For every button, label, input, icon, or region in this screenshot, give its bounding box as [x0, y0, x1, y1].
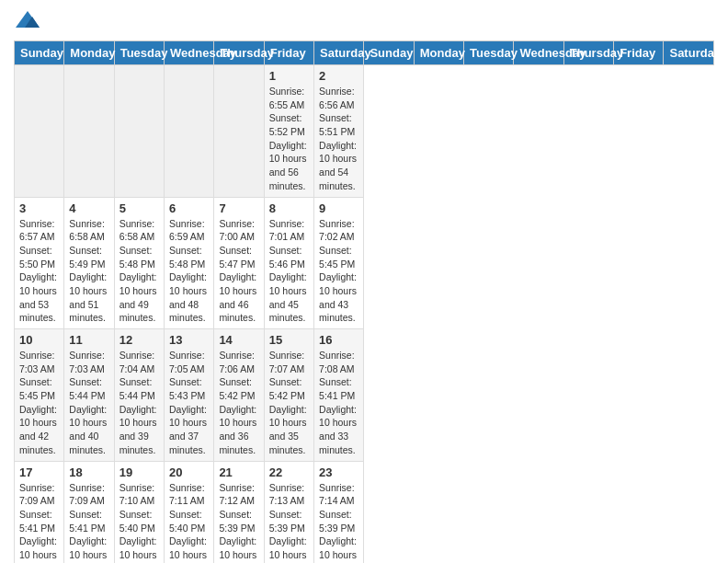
header-wednesday: Wednesday	[165, 41, 214, 65]
calendar-cell: 6Sunrise: 6:59 AM Sunset: 5:48 PM Daylig…	[165, 197, 214, 329]
day-info: Sunrise: 7:02 AM Sunset: 5:45 PM Dayligh…	[319, 217, 358, 326]
calendar-cell: 21Sunrise: 7:12 AM Sunset: 5:39 PM Dayli…	[214, 461, 264, 563]
day-number: 6	[169, 201, 209, 215]
header-tuesday: Tuesday	[114, 41, 164, 65]
day-number: 20	[169, 465, 209, 479]
day-number: 5	[119, 201, 159, 215]
day-info: Sunrise: 7:07 AM Sunset: 5:42 PM Dayligh…	[269, 349, 309, 457]
col-header-friday: Friday	[614, 41, 664, 65]
day-info: Sunrise: 7:03 AM Sunset: 5:45 PM Dayligh…	[19, 349, 59, 457]
day-info: Sunrise: 7:01 AM Sunset: 5:46 PM Dayligh…	[269, 217, 309, 326]
calendar-cell: 3Sunrise: 6:57 AM Sunset: 5:50 PM Daylig…	[15, 197, 64, 329]
col-header-monday: Monday	[414, 41, 463, 65]
calendar-week-1: 1Sunrise: 6:55 AM Sunset: 5:52 PM Daylig…	[15, 65, 714, 198]
calendar-cell: 11Sunrise: 7:03 AM Sunset: 5:44 PM Dayli…	[64, 329, 114, 462]
calendar-cell: 4Sunrise: 6:58 AM Sunset: 5:49 PM Daylig…	[64, 197, 114, 329]
header-sunday: Sunday	[15, 41, 64, 65]
day-number: 15	[269, 333, 309, 347]
calendar-cell: 1Sunrise: 6:55 AM Sunset: 5:52 PM Daylig…	[264, 65, 313, 198]
day-number: 17	[19, 465, 59, 479]
calendar-cell	[15, 65, 64, 198]
calendar-cell: 23Sunrise: 7:14 AM Sunset: 5:39 PM Dayli…	[314, 461, 364, 563]
calendar-cell	[114, 65, 164, 198]
col-header-thursday: Thursday	[563, 41, 613, 65]
day-info: Sunrise: 7:05 AM Sunset: 5:43 PM Dayligh…	[169, 349, 209, 457]
header-friday: Friday	[264, 41, 313, 65]
calendar-week-4: 17Sunrise: 7:09 AM Sunset: 5:41 PM Dayli…	[15, 461, 714, 563]
col-header-tuesday: Tuesday	[464, 41, 514, 65]
header-monday: Monday	[64, 41, 114, 65]
calendar-cell: 22Sunrise: 7:13 AM Sunset: 5:39 PM Dayli…	[264, 461, 313, 563]
calendar-cell: 10Sunrise: 7:03 AM Sunset: 5:45 PM Dayli…	[15, 329, 64, 462]
day-number: 2	[319, 69, 358, 83]
day-number: 3	[19, 201, 59, 215]
day-info: Sunrise: 6:58 AM Sunset: 5:49 PM Dayligh…	[69, 217, 108, 326]
header-thursday: Thursday	[214, 41, 264, 65]
day-info: Sunrise: 7:10 AM Sunset: 5:40 PM Dayligh…	[119, 481, 159, 564]
day-info: Sunrise: 7:08 AM Sunset: 5:41 PM Dayligh…	[319, 349, 358, 457]
day-number: 16	[319, 333, 358, 347]
calendar-cell: 12Sunrise: 7:04 AM Sunset: 5:44 PM Dayli…	[114, 329, 164, 462]
col-header-wednesday: Wednesday	[514, 41, 563, 65]
header	[14, 9, 714, 31]
day-number: 8	[269, 201, 309, 215]
day-info: Sunrise: 7:13 AM Sunset: 5:39 PM Dayligh…	[269, 481, 309, 564]
calendar-cell: 19Sunrise: 7:10 AM Sunset: 5:40 PM Dayli…	[114, 461, 164, 563]
day-info: Sunrise: 7:03 AM Sunset: 5:44 PM Dayligh…	[69, 349, 108, 457]
calendar-cell: 16Sunrise: 7:08 AM Sunset: 5:41 PM Dayli…	[314, 329, 364, 462]
calendar-week-2: 3Sunrise: 6:57 AM Sunset: 5:50 PM Daylig…	[15, 197, 714, 329]
calendar-cell: 18Sunrise: 7:09 AM Sunset: 5:41 PM Dayli…	[64, 461, 114, 563]
calendar-cell: 9Sunrise: 7:02 AM Sunset: 5:45 PM Daylig…	[314, 197, 364, 329]
calendar-cell: 7Sunrise: 7:00 AM Sunset: 5:47 PM Daylig…	[214, 197, 264, 329]
calendar-cell	[165, 65, 214, 198]
day-number: 23	[319, 465, 358, 479]
day-number: 9	[319, 201, 358, 215]
day-info: Sunrise: 7:00 AM Sunset: 5:47 PM Dayligh…	[219, 217, 258, 326]
day-number: 18	[69, 465, 108, 479]
day-number: 11	[69, 333, 108, 347]
day-info: Sunrise: 7:14 AM Sunset: 5:39 PM Dayligh…	[319, 481, 358, 564]
day-info: Sunrise: 7:12 AM Sunset: 5:39 PM Dayligh…	[219, 481, 258, 564]
calendar-table: SundayMondayTuesdayWednesdayThursdayFrid…	[14, 40, 714, 563]
day-info: Sunrise: 7:09 AM Sunset: 5:41 PM Dayligh…	[69, 481, 108, 564]
logo-icon	[14, 9, 41, 31]
header-saturday: Saturday	[314, 41, 364, 65]
calendar-cell: 14Sunrise: 7:06 AM Sunset: 5:42 PM Dayli…	[214, 329, 264, 462]
col-header-sunday: Sunday	[364, 41, 414, 65]
calendar-week-3: 10Sunrise: 7:03 AM Sunset: 5:45 PM Dayli…	[15, 329, 714, 462]
day-number: 13	[169, 333, 209, 347]
day-number: 19	[119, 465, 159, 479]
calendar-cell	[64, 65, 114, 198]
calendar-cell	[214, 65, 264, 198]
day-info: Sunrise: 6:56 AM Sunset: 5:51 PM Dayligh…	[319, 85, 358, 193]
day-info: Sunrise: 6:55 AM Sunset: 5:52 PM Dayligh…	[269, 85, 309, 193]
calendar-header-row: SundayMondayTuesdayWednesdayThursdayFrid…	[15, 41, 714, 65]
day-number: 22	[269, 465, 309, 479]
day-number: 10	[19, 333, 59, 347]
day-info: Sunrise: 7:04 AM Sunset: 5:44 PM Dayligh…	[119, 349, 159, 457]
day-number: 21	[219, 465, 258, 479]
calendar-cell: 13Sunrise: 7:05 AM Sunset: 5:43 PM Dayli…	[165, 329, 214, 462]
day-info: Sunrise: 7:11 AM Sunset: 5:40 PM Dayligh…	[169, 481, 209, 564]
calendar-cell: 2Sunrise: 6:56 AM Sunset: 5:51 PM Daylig…	[314, 65, 364, 198]
day-number: 7	[219, 201, 258, 215]
day-info: Sunrise: 7:06 AM Sunset: 5:42 PM Dayligh…	[219, 349, 258, 457]
calendar-cell: 17Sunrise: 7:09 AM Sunset: 5:41 PM Dayli…	[15, 461, 64, 563]
calendar-cell: 8Sunrise: 7:01 AM Sunset: 5:46 PM Daylig…	[264, 197, 313, 329]
day-info: Sunrise: 7:09 AM Sunset: 5:41 PM Dayligh…	[19, 481, 59, 564]
calendar-cell: 20Sunrise: 7:11 AM Sunset: 5:40 PM Dayli…	[165, 461, 214, 563]
day-number: 14	[219, 333, 258, 347]
col-header-saturday: Saturday	[664, 41, 714, 65]
day-number: 12	[119, 333, 159, 347]
day-info: Sunrise: 6:59 AM Sunset: 5:48 PM Dayligh…	[169, 217, 209, 326]
day-info: Sunrise: 6:57 AM Sunset: 5:50 PM Dayligh…	[19, 217, 59, 326]
calendar-cell: 15Sunrise: 7:07 AM Sunset: 5:42 PM Dayli…	[264, 329, 313, 462]
day-number: 1	[269, 69, 309, 83]
day-number: 4	[69, 201, 108, 215]
calendar-cell: 5Sunrise: 6:58 AM Sunset: 5:48 PM Daylig…	[114, 197, 164, 329]
day-info: Sunrise: 6:58 AM Sunset: 5:48 PM Dayligh…	[119, 217, 159, 326]
logo	[14, 9, 45, 31]
